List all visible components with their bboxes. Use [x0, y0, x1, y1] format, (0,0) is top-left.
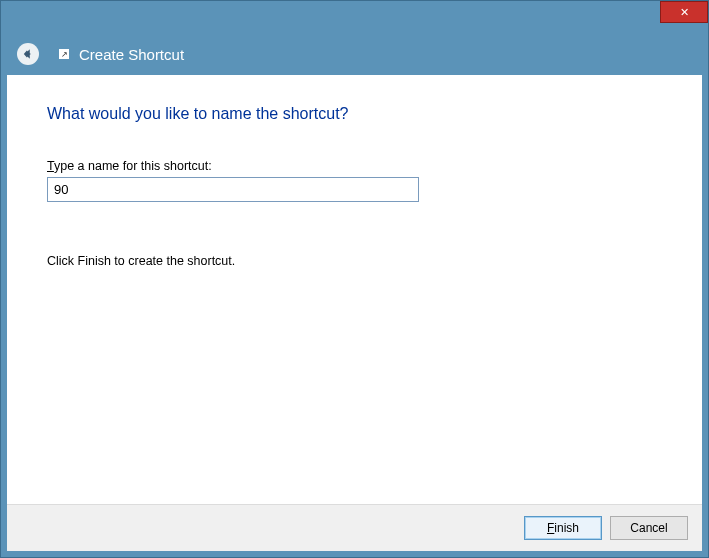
- cancel-button[interactable]: Cancel: [610, 516, 688, 540]
- arrow-left-icon: [21, 47, 35, 61]
- instruction-heading: What would you like to name the shortcut…: [47, 105, 662, 123]
- wizard-title: Create Shortcut: [79, 46, 184, 63]
- main-content: What would you like to name the shortcut…: [7, 75, 702, 504]
- finish-button[interactable]: Finish: [524, 516, 602, 540]
- titlebar: ✕: [7, 7, 702, 33]
- back-button[interactable]: [17, 43, 39, 65]
- shortcut-icon: ↗: [59, 49, 69, 59]
- content-area: What would you like to name the shortcut…: [7, 75, 702, 551]
- button-bar: Finish Cancel: [7, 504, 702, 551]
- close-button[interactable]: ✕: [660, 1, 708, 23]
- wizard-window: ✕ ↗ Create Shortcut What would you like …: [0, 0, 709, 558]
- shortcut-name-input[interactable]: [47, 177, 419, 202]
- header-row: ↗ Create Shortcut: [7, 33, 702, 75]
- shortcut-name-label: Type a name for this shortcut:: [47, 159, 662, 173]
- close-icon: ✕: [680, 6, 689, 19]
- helper-text: Click Finish to create the shortcut.: [47, 254, 662, 268]
